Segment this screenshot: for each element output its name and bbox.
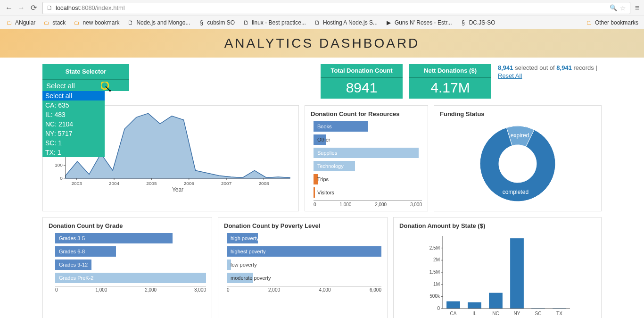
svg-text:2006: 2006 [184,181,195,186]
grade-row-chart[interactable]: Grades 3-5 Grades 6-8 Grades 9-12 Grades… [49,233,206,293]
kpi-value: 4.17M [409,78,491,99]
svg-rect-44 [468,302,481,309]
folder-icon: 🗀 [586,19,593,26]
dropdown-option[interactable]: CA: 635 [42,100,105,110]
poverty-row-chart[interactable]: high poverty highest poverty low poverty… [224,233,381,293]
bookmark-icon: 🗋 [242,19,250,26]
row-bar[interactable]: Grades PreK-2 [55,273,206,283]
page-title: ANALYTICS DASHBOARD [0,36,644,51]
svg-text:1.5M: 1.5M [429,269,440,275]
svg-rect-46 [489,293,503,309]
hamburger-menu-icon[interactable]: ≡ [633,4,641,12]
kpi-value: 8941 [321,78,403,99]
row-bar[interactable]: Visitors [314,187,422,198]
page-icon: 🗋 [47,4,53,11]
svg-text:2003: 2003 [72,181,83,186]
bookmark-item[interactable]: 🗋Hosting A Node.js S... [311,17,380,28]
dropdown-option[interactable]: TX: 1 [42,148,105,157]
svg-text:SC: SC [535,311,542,316]
row-bar[interactable]: Books [314,121,422,132]
bookmark-item[interactable]: 🗀stack [40,17,68,28]
bookmark-icon: 🗀 [73,19,81,26]
row-bar[interactable]: Grades 6-8 [55,246,206,257]
svg-text:2M: 2M [433,257,440,262]
row-bar[interactable]: Technology [314,161,422,171]
row-bar[interactable]: Grades 9-12 [55,259,206,270]
funding-donut-card: Funding Status expiredcompleted [434,105,602,211]
bookmark-icon: § [198,19,206,26]
bookmark-icon: 🗋 [314,19,321,26]
svg-text:2005: 2005 [146,181,157,186]
row-bar[interactable]: highest poverty [227,246,381,257]
poverty-row-card: Donation Count by Poverty Level high pov… [218,217,388,318]
svg-text:CA: CA [450,311,457,316]
svg-text:0: 0 [437,306,440,311]
bookmark-item[interactable]: 🗋Node.js and Mongo... [124,17,193,28]
card-title: Donation Count by Poverty Level [224,222,381,229]
state-selector: State Selector Select all Select allCA: … [42,64,129,91]
kpi-label: Nett Donations ($) [409,64,491,78]
svg-text:500k: 500k [429,293,440,299]
reload-button[interactable]: ⟳ [27,2,40,14]
bookmark-star-icon[interactable]: ☆ [620,4,626,12]
back-button[interactable]: ← [3,2,15,14]
svg-text:expired: expired [511,132,529,139]
dropdown-option[interactable]: IL: 483 [42,110,105,119]
bookmark-item[interactable]: 🗀new bookmark [70,17,122,28]
card-title: Donation Count by Grade [49,222,206,229]
svg-text:Year: Year [172,186,183,193]
svg-text:completed: completed [503,189,528,195]
svg-text:100: 100 [55,162,63,167]
kpi-nett-donations: Nett Donations ($) 4.17M [409,64,491,99]
address-bar[interactable]: 🗋 localhost:8080/index.html 🔍 ☆ [42,2,630,14]
bookmark-item[interactable]: §DC.JS-SO [457,17,498,28]
row-bar[interactable]: moderate poverty [227,273,381,283]
row-bar[interactable]: Supplies [314,148,422,158]
dropdown-option[interactable]: NY: 5717 [42,129,105,138]
grade-row-card: Donation Count by Grade Grades 3-5 Grade… [42,217,212,318]
url-host: localhost [56,4,80,11]
bookmark-item[interactable]: 🗋linux - Best practice... [239,17,309,28]
dropdown-option[interactable]: NC: 2104 [42,119,105,129]
svg-rect-42 [446,301,460,309]
bookmark-item[interactable]: ▶Guns N' Roses - Estr... [382,17,455,28]
state-selector-dropdown[interactable]: Select all Select allCA: 635IL: 483NC: 2… [42,80,129,91]
page-header: ANALYTICS DASHBOARD [0,29,644,58]
bookmark-icon: 🗋 [127,19,134,26]
card-title: Funding Status [440,110,595,117]
other-bookmarks[interactable]: 🗀 Other bookmarks [583,17,641,28]
browser-toolbar: ← → ⟳ 🗋 localhost:8080/index.html 🔍 ☆ ≡ [0,0,644,16]
search-icon[interactable]: 🔍 [610,4,617,12]
forward-button[interactable]: → [15,2,27,14]
card-title: Donation Count for Resources [311,110,422,117]
svg-text:NC: NC [492,311,499,316]
dropdown-option[interactable]: Select all [42,91,105,100]
bookmark-item[interactable]: §cubsim SO [195,17,238,28]
kpi-label: Total Donation Count [321,64,403,78]
svg-text:2008: 2008 [258,181,269,186]
bookmark-icon: 🗀 [43,19,50,26]
svg-text:IL: IL [472,311,477,316]
card-title: Donation Amount by State ($) [399,222,595,229]
kpi-total-donation-count: Total Donation Count 8941 [321,64,403,99]
funding-donut-chart[interactable]: expiredcompleted [478,124,557,203]
row-bar[interactable]: Trips [314,174,422,184]
resources-row-card: Donation Count for Resources Books Other… [305,105,428,211]
svg-text:2.5M: 2.5M [429,245,440,251]
svg-text:2007: 2007 [221,181,232,186]
bookmark-item[interactable]: 🗀ANgular [3,17,38,28]
svg-text:1M: 1M [433,282,440,287]
reset-all-link[interactable]: Reset All [498,72,522,79]
row-bar[interactable]: high poverty [227,233,381,243]
state-bar-chart[interactable]: 0500k1M1.5M2M2.5MCAILNCNYSCTX [399,233,595,318]
resources-row-chart[interactable]: Books Other Supplies Technology Trips Vi… [311,121,422,207]
svg-text:TX: TX [556,311,562,316]
svg-rect-48 [510,238,524,309]
row-bar[interactable]: low poverty [227,259,381,270]
dropdown-option[interactable]: SC: 1 [42,138,105,148]
bookmark-icon: 🗀 [6,19,13,26]
state-dropdown-options: Select allCA: 635IL: 483NC: 2104NY: 5717… [42,91,105,157]
bookmark-icon: ▶ [385,19,393,26]
row-bar[interactable]: Other [314,134,422,145]
row-bar[interactable]: Grades 3-5 [55,233,206,243]
